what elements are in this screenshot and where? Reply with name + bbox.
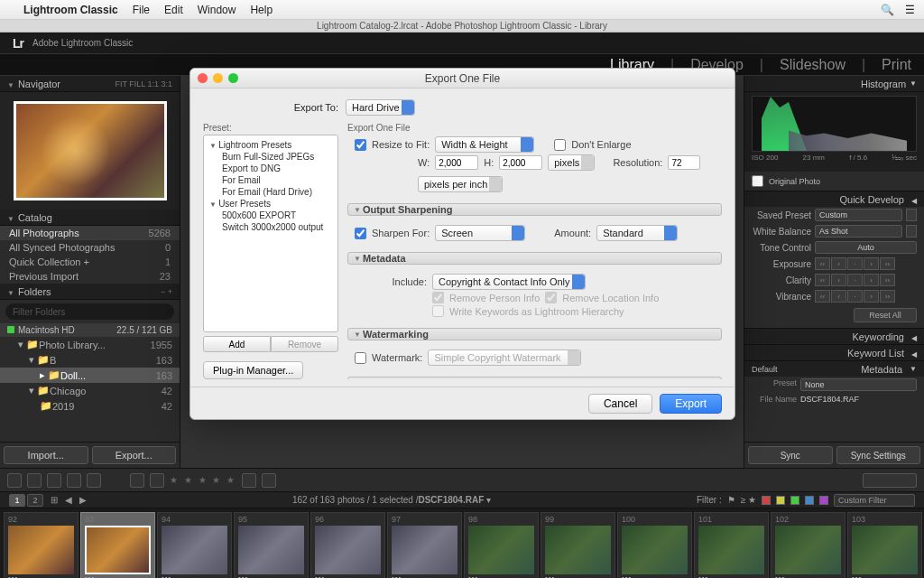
filmstrip[interactable]: 92•••93•••94•••95•••96•••97•••98•••99•••…: [0, 508, 924, 578]
close-icon[interactable]: [198, 73, 208, 83]
auto-tone-button[interactable]: Auto: [815, 241, 917, 254]
module-slideshow[interactable]: Slideshow: [780, 57, 845, 73]
resize-h-input[interactable]: [499, 155, 542, 170]
folder-item[interactable]: 📁 201942: [0, 398, 180, 414]
navigator-preview[interactable]: [0, 92, 180, 210]
export-to-select[interactable]: Hard Drive: [346, 99, 415, 116]
folder-item[interactable]: ▸ 📁 Doll...163: [0, 368, 180, 383]
catalog-synced[interactable]: All Synced Photographs0: [0, 240, 180, 255]
section-output-sharpening[interactable]: Output Sharpening: [347, 203, 722, 216]
folder-item[interactable]: ▾ 📁 Photo Library...1955: [0, 337, 180, 352]
metadata-header[interactable]: DefaultMetadata▼: [744, 360, 924, 377]
wb-select[interactable]: As Shot: [815, 225, 902, 238]
catalog-all-photos[interactable]: All Photographs5268: [0, 226, 180, 240]
filmstrip-thumb[interactable]: 99•••: [541, 512, 615, 579]
thumbnail-slider[interactable]: [863, 473, 917, 488]
catalog-header[interactable]: Catalog: [0, 210, 180, 226]
watermark-checkbox[interactable]: [355, 352, 366, 364]
export-button[interactable]: Export...: [92, 446, 177, 464]
app-menu[interactable]: Lightroom Classic: [23, 4, 118, 16]
spotlight-icon[interactable]: 🔍: [881, 4, 894, 16]
filmstrip-thumb[interactable]: 100•••: [617, 512, 692, 579]
dialog-titlebar[interactable]: Export One File: [190, 69, 735, 89]
rotate-icon[interactable]: [242, 473, 256, 488]
filmstrip-thumb[interactable]: 93•••: [80, 512, 155, 579]
menu-edit[interactable]: Edit: [164, 4, 183, 16]
sharpen-checkbox[interactable]: [355, 228, 366, 239]
section-watermarking[interactable]: Watermarking: [347, 328, 722, 340]
sync-button[interactable]: Sync: [748, 446, 833, 464]
next-icon[interactable]: ▶: [79, 495, 87, 505]
plugin-manager-button[interactable]: Plug-in Manager...: [203, 361, 303, 379]
custom-filter-select[interactable]: Custom Filter: [834, 494, 915, 507]
filter-color-yellow[interactable]: [776, 496, 785, 505]
export-confirm-button[interactable]: Export: [660, 394, 722, 414]
vibrance-adjust[interactable]: ‹‹‹·›››: [815, 290, 895, 303]
filter-color-blue[interactable]: [805, 496, 814, 505]
nav-icon[interactable]: [262, 473, 276, 488]
module-print[interactable]: Print: [882, 57, 911, 73]
reset-all-button[interactable]: Reset All: [854, 308, 917, 322]
folder-item[interactable]: ▾ 📁 B163: [0, 352, 180, 368]
section-metadata[interactable]: Metadata: [347, 252, 722, 265]
metadata-preset-select[interactable]: None: [800, 378, 917, 391]
catalog-quick[interactable]: Quick Collection +1: [0, 255, 180, 269]
secondary-display-1[interactable]: 1: [9, 494, 25, 507]
saved-preset-select[interactable]: Custom: [815, 209, 902, 221]
grid-view-icon[interactable]: [7, 473, 22, 488]
filmstrip-thumb[interactable]: 101•••: [694, 512, 769, 579]
menu-file[interactable]: File: [133, 4, 150, 16]
quickdev-header[interactable]: Quick Develop: [744, 191, 924, 207]
survey-view-icon[interactable]: [67, 473, 81, 488]
resolution-input[interactable]: [668, 155, 700, 170]
filter-color-red[interactable]: [762, 496, 771, 505]
folder-volume[interactable]: Macintosh HD22.5 / 121 GB: [0, 323, 180, 337]
exposure-adjust[interactable]: ‹‹‹·›››: [815, 257, 895, 270]
minimize-icon[interactable]: [213, 73, 223, 83]
filter-color-purple[interactable]: [819, 496, 828, 505]
filmstrip-thumb[interactable]: 103•••: [847, 512, 922, 579]
filmstrip-thumb[interactable]: 95•••: [234, 512, 309, 579]
histogram[interactable]: ISO 20023 mmf / 5.6¹⁄₂₂₀ sec: [744, 92, 924, 172]
filter-color-green[interactable]: [790, 496, 799, 505]
filter-star-icon[interactable]: ≥ ★: [741, 495, 756, 505]
filmstrip-thumb[interactable]: 98•••: [464, 512, 539, 579]
menu-window[interactable]: Window: [198, 4, 236, 16]
keywording-header[interactable]: Keywording: [744, 328, 924, 344]
resize-w-input[interactable]: [435, 155, 478, 170]
filmstrip-thumb[interactable]: 94•••: [157, 512, 232, 579]
metadata-include-select[interactable]: Copyright & Contact Info Only: [432, 274, 586, 290]
filmstrip-thumb[interactable]: 102•••: [771, 512, 845, 579]
resize-mode-select[interactable]: Width & Height: [435, 136, 534, 153]
flag-icon[interactable]: [150, 473, 164, 488]
clarity-adjust[interactable]: ‹‹‹·›››: [815, 274, 895, 286]
filmstrip-thumb[interactable]: 97•••: [387, 512, 462, 579]
folders-filter[interactable]: Filter Folders: [5, 303, 174, 320]
import-button[interactable]: Import...: [4, 446, 88, 464]
histogram-header[interactable]: Histogram ▼: [744, 76, 924, 92]
sharpen-for-select[interactable]: Screen: [435, 225, 525, 241]
resize-unit-select[interactable]: pixels: [548, 154, 595, 171]
resolution-unit-select[interactable]: pixels per inch: [418, 176, 503, 192]
secondary-display-2[interactable]: 2: [27, 494, 43, 507]
loupe-view-icon[interactable]: [27, 473, 42, 488]
filmstrip-thumb[interactable]: 92•••: [4, 512, 79, 579]
navigator-header[interactable]: Navigator FIT FILL 1:1 3:1: [0, 76, 180, 92]
catalog-previous[interactable]: Previous Import23: [0, 269, 180, 284]
menu-list-icon[interactable]: ☰: [905, 4, 915, 16]
menu-help[interactable]: Help: [250, 4, 273, 16]
dont-enlarge-checkbox[interactable]: [554, 139, 566, 151]
folder-item[interactable]: ▾ 📁 Chicago42: [0, 383, 180, 398]
sharpen-amount-select[interactable]: Standard: [596, 225, 678, 241]
filter-flag-icon[interactable]: ⚑: [727, 495, 735, 505]
grid-toggle-icon[interactable]: ⊞: [51, 495, 58, 505]
zoom-icon[interactable]: [228, 73, 238, 83]
keywordlist-header[interactable]: Keyword List: [744, 344, 924, 360]
preset-list[interactable]: Lightroom Presets Burn Full-Sized JPEGs …: [203, 135, 338, 332]
preset-add-button[interactable]: Add: [203, 336, 271, 352]
sort-icon[interactable]: [130, 473, 144, 488]
resize-checkbox[interactable]: [355, 139, 366, 151]
original-photo-checkbox[interactable]: [752, 175, 763, 187]
people-view-icon[interactable]: [87, 473, 101, 488]
sync-settings-button[interactable]: Sync Settings: [836, 446, 921, 464]
